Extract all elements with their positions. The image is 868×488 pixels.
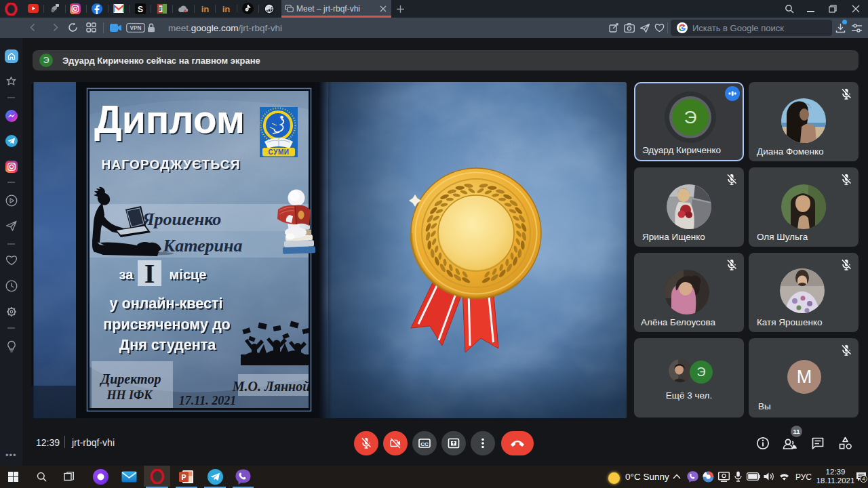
svg-text:місце: місце [170, 267, 207, 282]
svg-text:Директор: Директор [100, 371, 161, 387]
svg-text:in: in [201, 4, 210, 14]
svg-text:Катерина: Катерина [163, 236, 243, 256]
svg-text:I: I [144, 258, 155, 289]
svg-text:P: P [181, 473, 186, 481]
svg-text:М.О. Лянной: М.О. Лянной [232, 379, 311, 394]
svg-text:F: F [159, 6, 163, 12]
svg-text:СУМИ: СУМИ [269, 148, 290, 156]
svg-text:VPN: VPN [130, 25, 142, 31]
svg-text:у онлайн-квесті: у онлайн-квесті [110, 296, 223, 312]
svg-text:за: за [119, 267, 134, 282]
svg-text:S: S [138, 5, 143, 14]
svg-text:in: in [222, 4, 231, 14]
svg-text:НН ІФК: НН ІФК [106, 388, 153, 402]
svg-text:Дня студента: Дня студента [119, 337, 216, 353]
svg-text:17.11. 2021: 17.11. 2021 [179, 394, 237, 407]
svg-text:присвяченому до: присвяченому до [103, 317, 230, 333]
svg-text:НАГОРОДЖУЄТЬСЯ: НАГОРОДЖУЄТЬСЯ [101, 157, 240, 171]
svg-text:CC: CC [420, 441, 429, 447]
svg-text:Диплом: Диплом [94, 98, 245, 141]
svg-text:Ярошенко: Ярошенко [142, 209, 222, 229]
